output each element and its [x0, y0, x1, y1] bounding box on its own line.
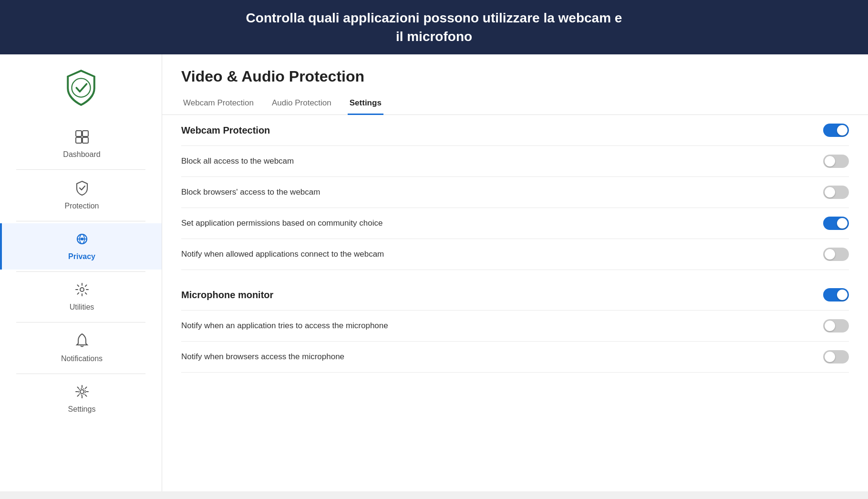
sidebar-item-notifications[interactable]: Notifications: [0, 324, 162, 372]
webcam-section-header: Webcam Protection: [181, 115, 849, 146]
block-all-webcam-row: Block all access to the webcam: [181, 146, 849, 177]
notify-browser-mic-slider: [823, 350, 849, 364]
tab-audio-protection[interactable]: Audio Protection: [270, 94, 333, 115]
nav-items: Dashboard Protection: [0, 121, 162, 422]
settings-icon: [75, 385, 89, 402]
nav-divider-5: [16, 374, 145, 374]
block-browsers-webcam-label: Block browsers' access to the webcam: [181, 187, 320, 197]
block-all-webcam-label: Block all access to the webcam: [181, 156, 294, 166]
privacy-icon: [75, 232, 89, 250]
webcam-protection-toggle[interactable]: [823, 124, 849, 137]
main-layout: Dashboard Protection: [0, 54, 868, 491]
tab-settings[interactable]: Settings: [348, 94, 383, 115]
sidebar-item-utilities-label: Utilities: [70, 303, 94, 312]
set-app-permissions-row: Set application permissions based on com…: [181, 208, 849, 239]
set-app-permissions-toggle[interactable]: [823, 217, 849, 230]
page-title: Video & Audio Protection: [181, 68, 849, 85]
content-area: Video & Audio Protection Webcam Protecti…: [162, 54, 868, 491]
sidebar-item-dashboard[interactable]: Dashboard: [0, 121, 162, 167]
notify-mic-access-row: Notify when an application tries to acce…: [181, 311, 849, 342]
sidebar-item-protection[interactable]: Protection: [0, 172, 162, 219]
svg-point-9: [80, 288, 84, 291]
svg-rect-4: [83, 137, 88, 143]
nav-divider-3: [16, 271, 145, 272]
nav-divider-1: [16, 169, 145, 170]
block-browsers-webcam-toggle[interactable]: [823, 186, 849, 199]
microphone-section-header: Microphone monitor: [181, 280, 849, 311]
webcam-protection-slider: [823, 124, 849, 137]
notify-mic-access-slider: [823, 319, 849, 333]
tabs-bar: Webcam Protection Audio Protection Setti…: [181, 94, 849, 114]
nav-divider-4: [16, 322, 145, 322]
svg-rect-1: [76, 131, 82, 136]
webcam-section-title: Webcam Protection: [181, 125, 270, 136]
sidebar-item-settings-label: Settings: [68, 405, 96, 414]
svg-rect-3: [76, 137, 82, 143]
notify-browser-mic-toggle[interactable]: [823, 350, 849, 364]
top-banner: Controlla quali applicazioni possono uti…: [0, 0, 868, 54]
svg-point-8: [81, 238, 83, 240]
microphone-section-title: Microphone monitor: [181, 290, 273, 301]
sidebar-item-dashboard-label: Dashboard: [63, 150, 100, 159]
block-browsers-webcam-slider: [823, 186, 849, 199]
notify-browser-mic-label: Notify when browsers access the micropho…: [181, 352, 344, 362]
logo-area: [62, 59, 100, 121]
notify-webcam-slider: [823, 248, 849, 261]
block-all-webcam-toggle[interactable]: [823, 155, 849, 168]
section-spacer: [181, 270, 849, 280]
block-browsers-webcam-row: Block browsers' access to the webcam: [181, 177, 849, 208]
set-app-permissions-label: Set application permissions based on com…: [181, 218, 382, 228]
set-app-permissions-slider: [823, 217, 849, 230]
notify-browser-mic-row: Notify when browsers access the micropho…: [181, 342, 849, 373]
shield-logo: [62, 69, 100, 107]
tab-webcam-protection[interactable]: Webcam Protection: [181, 94, 256, 115]
notify-mic-access-label: Notify when an application tries to acce…: [181, 321, 388, 331]
settings-list: Webcam Protection Block all access to th…: [162, 115, 868, 373]
page-header: Video & Audio Protection Webcam Protecti…: [162, 54, 868, 115]
nav-divider-2: [16, 221, 145, 221]
sidebar-item-protection-label: Protection: [64, 202, 99, 210]
notifications-icon: [75, 333, 89, 352]
notify-webcam-toggle[interactable]: [823, 248, 849, 261]
sidebar-item-privacy[interactable]: Privacy: [0, 223, 162, 270]
sidebar-item-utilities[interactable]: Utilities: [0, 274, 162, 320]
sidebar-item-privacy-label: Privacy: [68, 252, 95, 261]
notify-mic-access-toggle[interactable]: [823, 319, 849, 333]
notify-webcam-label: Notify when allowed applications connect…: [181, 250, 384, 259]
protection-icon: [75, 180, 89, 199]
banner-text: Controlla quali applicazioni possono uti…: [246, 10, 622, 44]
microphone-monitor-slider: [823, 288, 849, 301]
sidebar-item-notifications-label: Notifications: [61, 354, 103, 363]
microphone-monitor-toggle[interactable]: [823, 288, 849, 301]
sidebar: Dashboard Protection: [0, 54, 162, 491]
svg-rect-2: [83, 131, 88, 136]
sidebar-item-settings[interactable]: Settings: [0, 376, 162, 422]
svg-point-11: [80, 390, 84, 394]
utilities-icon: [75, 282, 89, 300]
dashboard-icon: [75, 130, 89, 147]
block-all-webcam-slider: [823, 155, 849, 168]
notify-webcam-row: Notify when allowed applications connect…: [181, 239, 849, 270]
